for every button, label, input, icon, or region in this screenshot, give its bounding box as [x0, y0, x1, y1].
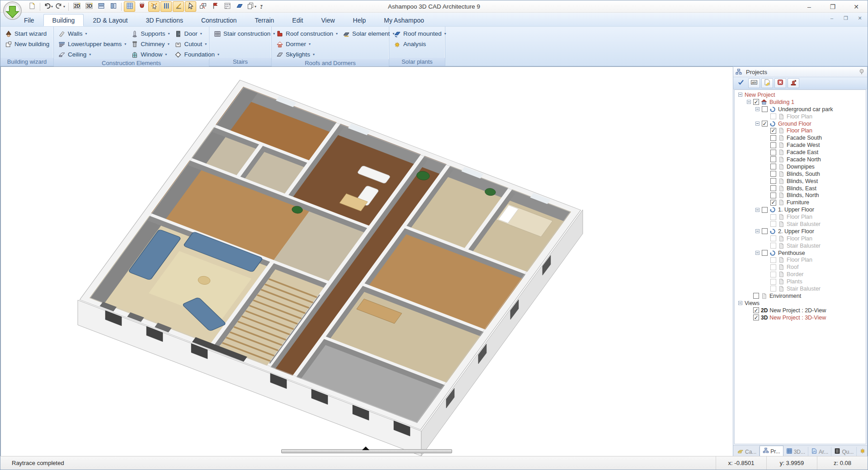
properties-button[interactable]	[761, 78, 773, 88]
tree-item-1-upper-floor[interactable]: 1. Upper Floor	[736, 206, 866, 213]
tree-item-floor-plan[interactable]: Floor Plan	[736, 127, 866, 134]
menu-tab-help[interactable]: Help	[344, 14, 375, 26]
viewport-scrollbar[interactable]	[281, 449, 452, 453]
apply-check-button[interactable]	[735, 78, 747, 88]
pin-icon[interactable]	[859, 68, 865, 76]
tree-checkbox[interactable]	[762, 121, 768, 127]
swap-views-button[interactable]	[197, 1, 208, 12]
tree-checkbox[interactable]	[770, 185, 776, 191]
tree-checkbox[interactable]	[770, 178, 776, 184]
tree-expander-icon[interactable]	[738, 93, 742, 97]
ribbon-button-chimney[interactable]: Chimney▾	[129, 39, 171, 49]
tree-item-floor-plan[interactable]: Floor Plan	[736, 113, 866, 120]
tree-item-blinds-east[interactable]: Blinds, East	[736, 185, 866, 192]
tab-areas[interactable]: Ar...	[808, 447, 831, 456]
tree-expander-icon[interactable]	[755, 208, 760, 212]
tree-item-2-upper-floor[interactable]: 2. Upper Floor	[736, 228, 866, 235]
tree-checkbox[interactable]	[770, 135, 776, 141]
tree-checkbox[interactable]	[770, 171, 776, 177]
tree-expander-icon[interactable]	[747, 100, 751, 104]
angle-measure-button[interactable]	[173, 1, 184, 12]
tab-catalog[interactable]: Ca...	[735, 447, 760, 456]
tree-expander-icon[interactable]	[755, 251, 760, 255]
tree-item-stair-baluster[interactable]: Stair Baluster	[736, 285, 866, 292]
tree-item-facade-east[interactable]: Facade East	[736, 149, 866, 156]
tree-checkbox[interactable]	[762, 207, 768, 213]
tree-item-new-project-2d-view[interactable]: 2DNew Project : 2D-View	[736, 307, 866, 314]
tab-projects[interactable]: Pr...	[760, 446, 783, 456]
ribbon-button-window[interactable]: Window▾	[129, 50, 171, 59]
tree-checkbox[interactable]	[770, 164, 776, 169]
tree-checkbox[interactable]	[770, 200, 776, 206]
hatch-pattern-button[interactable]	[222, 1, 233, 12]
selection-rays-button[interactable]	[148, 1, 160, 12]
tree-item-underground-car-park[interactable]: Underground car park	[736, 106, 866, 113]
redo-button[interactable]: ▾	[55, 1, 66, 12]
view-2d-button[interactable]: 2D	[71, 1, 82, 12]
split-horizontal-button[interactable]	[95, 1, 107, 12]
ribbon-button-new-building[interactable]: New building	[3, 39, 51, 49]
tree-item-ground-floor[interactable]: Ground Floor	[736, 120, 866, 127]
menu-tab-my-ashampoo[interactable]: My Ashampoo	[375, 14, 433, 26]
menu-tab-2d-layout[interactable]: 2D & Layout	[84, 14, 137, 26]
tree-checkbox[interactable]	[762, 228, 768, 234]
tree-item-building-1[interactable]: Building 1	[736, 99, 866, 106]
ribbon-button-roof-mounted[interactable]: Roof mounted▾	[392, 29, 448, 38]
3d-viewport[interactable]	[0, 66, 734, 457]
tree-checkbox[interactable]	[770, 128, 776, 134]
menu-tab-construction[interactable]: Construction	[192, 14, 246, 26]
tree-item-new-project-3d-view[interactable]: 3DNew Project : 3D-View	[736, 314, 866, 321]
tree-item-blinds-south[interactable]: Blinds, South	[736, 170, 866, 178]
tree-item-facade-south[interactable]: Facade South	[736, 134, 866, 141]
parallel-guides-button[interactable]	[160, 1, 172, 12]
tree-checkbox[interactable]	[762, 250, 768, 256]
tab-quantities[interactable]: Qu...	[831, 447, 857, 456]
tree-item-plants[interactable]: Plants	[736, 278, 866, 285]
tree-checkbox[interactable]	[770, 150, 776, 155]
tree-item-downpipes[interactable]: Downpipes	[736, 163, 866, 170]
tree-checkbox[interactable]	[753, 293, 759, 299]
menu-tab-edit[interactable]: Edit	[283, 14, 312, 26]
tree-item-facade-north[interactable]: Facade North	[736, 156, 866, 163]
split-vertical-button[interactable]	[108, 1, 119, 12]
tree-expander-icon[interactable]	[755, 122, 760, 126]
tree-item-border[interactable]: Border	[736, 271, 866, 278]
toolbar-overflow-icon[interactable]: ▾▪	[260, 5, 263, 9]
ribbon-button-supports[interactable]: Supports▾	[129, 29, 171, 38]
restore-button[interactable]: ❐	[828, 3, 838, 11]
tree-checkbox[interactable]	[770, 193, 776, 198]
ribbon-button-analysis[interactable]: Analysis	[392, 39, 448, 49]
tree-checkbox[interactable]	[753, 307, 759, 313]
ribbon-button-skylights[interactable]: Skylights▾	[274, 50, 339, 59]
ribbon-button-walls[interactable]: Walls▾	[57, 29, 127, 38]
tree-item-floor-plan[interactable]: Floor Plan	[736, 213, 866, 221]
tree-item-stair-baluster[interactable]: Stair Baluster	[736, 242, 866, 249]
mdi-close-button[interactable]: ✕	[857, 15, 863, 21]
undo-button[interactable]: ▾	[42, 1, 54, 12]
mdi-restore-button[interactable]: ❐	[843, 15, 849, 21]
grid-button[interactable]	[124, 1, 135, 12]
ribbon-button-roof-construction[interactable]: Roof construction▾	[274, 29, 339, 38]
tree-item-floor-plan[interactable]: Floor Plan	[736, 256, 866, 263]
tree-expander-icon[interactable]	[755, 107, 760, 111]
tree-expander-icon[interactable]	[738, 301, 742, 305]
mdi-minimize-button[interactable]: –	[829, 15, 835, 21]
tree-checkbox[interactable]	[753, 99, 759, 105]
new-document-button[interactable]	[26, 1, 38, 12]
tree-item-furniture[interactable]: Furniture	[736, 199, 866, 206]
ribbon-button-solar-element[interactable]: Solar element▾	[341, 29, 396, 38]
tree-item-facade-west[interactable]: Facade West	[736, 141, 866, 149]
tree-checkbox[interactable]	[762, 106, 768, 112]
tilted-plane-button[interactable]	[234, 1, 245, 12]
delete-button[interactable]	[774, 78, 786, 88]
tree-item-views[interactable]: Views	[736, 300, 866, 307]
pointer-button[interactable]	[185, 1, 196, 12]
tree-item-blinds-west[interactable]: Blinds, West	[736, 178, 866, 185]
app-logo-icon[interactable]	[3, 1, 22, 20]
ribbon-button-stair-construction[interactable]: Stair construction▾	[212, 29, 276, 38]
menu-tab-3d-functions[interactable]: 3D Functions	[137, 14, 192, 26]
ribbon-button-dormer[interactable]: Dormer▾	[274, 39, 339, 49]
copy-layers-button[interactable]: ▾	[246, 1, 257, 12]
tab-pv[interactable]: PV...	[857, 447, 868, 456]
view-3d-button[interactable]: 3D	[83, 1, 94, 12]
